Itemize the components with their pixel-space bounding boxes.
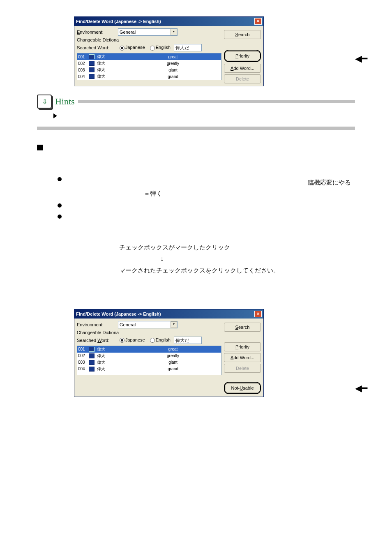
divider bbox=[37, 127, 355, 130]
text-rinki: 臨機応変にやる bbox=[308, 177, 351, 188]
result-row[interactable]: 002 偉大 greatly bbox=[77, 60, 221, 67]
row-jp: 偉大 bbox=[97, 74, 126, 79]
radio-japanese[interactable] bbox=[120, 338, 125, 343]
environment-value: General bbox=[120, 322, 136, 327]
searched-word-input[interactable]: 偉大だ bbox=[174, 44, 202, 51]
dict-icon bbox=[89, 367, 95, 372]
row-en: greatly bbox=[126, 61, 220, 66]
row-jp: 偉大 bbox=[97, 360, 126, 365]
priority-button[interactable]: Priority bbox=[224, 342, 261, 351]
row-jp: 偉大 bbox=[97, 346, 126, 352]
row-jp: 偉大 bbox=[97, 67, 126, 73]
searched-word-input[interactable]: 偉大だ bbox=[174, 337, 202, 344]
changeable-label: Changeable Dictiona bbox=[77, 330, 147, 335]
add-word-button[interactable]: Add Word... bbox=[224, 353, 261, 362]
dialog-title: Find/Delete Word (Japanese -> English) bbox=[76, 19, 161, 24]
section-marker-icon bbox=[37, 145, 43, 150]
radio-english[interactable] bbox=[150, 46, 155, 51]
row-num: 001 bbox=[78, 347, 89, 351]
search-button[interactable]: Search bbox=[224, 30, 261, 39]
delete-button: Delete bbox=[224, 364, 261, 373]
dict-icon bbox=[89, 347, 95, 352]
environment-value: General bbox=[120, 30, 136, 35]
row-en: great bbox=[126, 347, 220, 351]
radio-english-label: English bbox=[156, 337, 171, 342]
titlebar: Find/Delete Word (Japanese -> English) × bbox=[74, 309, 263, 319]
row-num: 001 bbox=[78, 55, 89, 59]
add-word-button[interactable]: Add Word... bbox=[224, 64, 261, 73]
bullet-icon bbox=[58, 203, 62, 208]
callout-arrow-bottom: ◀━ bbox=[355, 383, 367, 394]
row-num: 004 bbox=[78, 74, 89, 79]
result-row[interactable]: 003 偉大 giant bbox=[77, 359, 221, 366]
row-num: 002 bbox=[78, 61, 89, 66]
find-delete-dialog-bottom: Find/Delete Word (Japanese -> English) ×… bbox=[74, 309, 264, 397]
row-num: 003 bbox=[78, 68, 89, 72]
bullet-icon bbox=[58, 177, 62, 181]
close-icon[interactable]: × bbox=[254, 311, 262, 317]
result-list[interactable]: 001 偉大 great 002 偉大 greatly 003 bbox=[77, 346, 221, 375]
changeable-label: Changeable Dictiona bbox=[77, 37, 147, 42]
row-en: greatly bbox=[126, 353, 220, 358]
row-en: grand bbox=[126, 367, 220, 371]
dict-icon bbox=[89, 353, 95, 358]
bullet-icon bbox=[58, 215, 62, 219]
down-arrow-icon: ↓ bbox=[160, 255, 164, 262]
not-usable-button[interactable]: Not-Usable bbox=[226, 383, 259, 392]
triangle-right-icon bbox=[53, 113, 57, 118]
row-num: 004 bbox=[78, 367, 89, 371]
searched-word-label: Searched Word: bbox=[77, 45, 118, 50]
dict-icon bbox=[89, 67, 95, 72]
text-hiku: ＝弾く bbox=[144, 190, 162, 197]
row-en: great bbox=[126, 55, 220, 59]
row-jp: 偉大 bbox=[97, 353, 126, 359]
row-jp: 偉大 bbox=[97, 54, 126, 60]
radio-japanese-label: Japanese bbox=[125, 337, 145, 342]
row-num: 003 bbox=[78, 360, 89, 365]
chevron-down-icon[interactable]: ▾ bbox=[171, 321, 177, 328]
radio-japanese[interactable] bbox=[120, 46, 125, 51]
dict-icon bbox=[89, 61, 95, 66]
callout-arrow-top: ◀━ bbox=[355, 53, 367, 64]
radio-english-label: English bbox=[156, 45, 171, 50]
searched-word-label: Searched Word: bbox=[77, 338, 118, 343]
result-row[interactable]: 002 偉大 greatly bbox=[77, 353, 221, 359]
radio-english[interactable] bbox=[150, 338, 155, 343]
result-row[interactable]: 001 偉大 great bbox=[77, 346, 221, 353]
delete-button: Delete bbox=[224, 74, 261, 83]
environment-label: Environment: bbox=[77, 30, 118, 35]
titlebar: Find/Delete Word (Japanese -> English) × bbox=[74, 17, 263, 26]
result-row[interactable]: 003 偉大 giant bbox=[77, 67, 221, 73]
priority-button-highlight: Priority bbox=[224, 50, 261, 62]
result-list[interactable]: 001 偉大 great 002 偉大 greatly 003 bbox=[77, 53, 221, 80]
row-en: giant bbox=[126, 360, 220, 365]
row-jp: 偉大 bbox=[97, 366, 126, 372]
radio-japanese-label: Japanese bbox=[125, 45, 145, 50]
result-row[interactable]: 004 偉大 grand bbox=[77, 366, 221, 372]
row-en: grand bbox=[126, 74, 220, 79]
example-line1: チェックボックスがマークしたクリック bbox=[119, 242, 355, 253]
find-delete-dialog-top: Find/Delete Word (Japanese -> English) ×… bbox=[74, 16, 264, 86]
hints-section: ⇩ Hints bbox=[37, 95, 355, 130]
row-jp: 偉大 bbox=[97, 60, 126, 66]
dict-icon bbox=[89, 74, 95, 79]
clipboard-icon: ⇩ bbox=[37, 95, 52, 108]
example-line2: マークされたチェックボックスをクリックしてください。 bbox=[119, 265, 355, 276]
divider bbox=[78, 100, 355, 103]
priority-button[interactable]: Priority bbox=[226, 51, 259, 60]
close-icon[interactable]: × bbox=[254, 18, 262, 25]
environment-combo[interactable]: General ▾ bbox=[118, 321, 178, 328]
row-num: 002 bbox=[78, 353, 89, 358]
result-row[interactable]: 004 偉大 grand bbox=[77, 73, 221, 80]
chevron-down-icon[interactable]: ▾ bbox=[171, 29, 177, 35]
body-text: 臨機応変にやる ＝弾く チェックボックスがマークしたクリック ↓ マークされたチ… bbox=[37, 141, 355, 276]
result-row[interactable]: 001 偉大 great bbox=[77, 53, 221, 60]
row-en: giant bbox=[126, 68, 220, 72]
dialog-title: Find/Delete Word (Japanese -> English) bbox=[76, 312, 161, 316]
hints-title: Hints bbox=[55, 96, 75, 107]
dict-icon bbox=[89, 54, 95, 59]
dict-icon bbox=[89, 360, 95, 365]
search-button[interactable]: Search bbox=[224, 323, 261, 332]
environment-combo[interactable]: General ▾ bbox=[118, 28, 178, 36]
environment-label: Environment: bbox=[77, 322, 118, 327]
